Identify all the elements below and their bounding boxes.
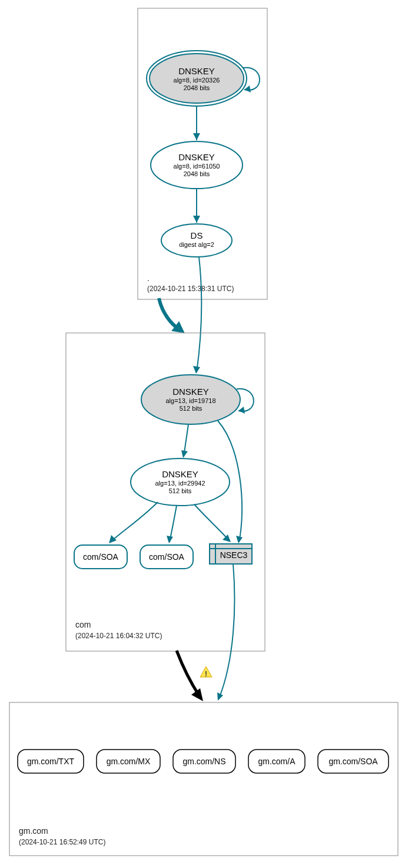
svg-text:512 bits: 512 bits [169,487,192,494]
svg-marker-21 [238,407,245,414]
svg-text:DNSKEY: DNSKEY [162,469,198,479]
zone-gm-label: gm.com [19,826,48,836]
svg-marker-11 [193,216,200,223]
edge-com-to-gm-zone [177,651,199,695]
svg-text:DNSKEY: DNSKEY [178,66,215,76]
node-com-ksk[interactable]: DNSKEY alg=13, id=19718 512 bits [141,375,240,424]
zone-root-label: . [147,273,150,283]
svg-text:alg=8, id=20326: alg=8, id=20326 [174,77,220,84]
zone-root-date: (2024-10-21 15:38:31 UTC) [147,285,234,293]
svg-text:2048 bits: 2048 bits [184,170,210,177]
node-com-zsk[interactable]: DNSKEY alg=13, id=29942 512 bits [131,458,230,506]
zone-com-date: (2024-10-21 16:04:32 UTC) [75,632,162,640]
svg-text:com/SOA: com/SOA [83,552,119,562]
svg-marker-27 [109,535,117,543]
svg-marker-22 [181,450,188,458]
zone-gm-box [9,702,398,856]
edge-ds-to-comksk [197,257,201,372]
node-com-soa-1[interactable]: com/SOA [74,545,127,569]
node-root-ds[interactable]: DS digest alg=2 [161,224,232,257]
svg-text:alg=13, id=29942: alg=13, id=29942 [155,480,205,487]
dnssec-graph: . (2024-10-21 15:38:31 UTC) DNSKEY alg=8… [0,0,405,868]
node-gm-ns[interactable]: gm.com/NS [173,750,235,773]
svg-text:gm.com/TXT: gm.com/TXT [27,757,75,766]
node-nsec3[interactable]: NSEC3 [210,544,252,564]
svg-text:gm.com/A: gm.com/A [258,757,296,766]
node-gm-mx[interactable]: gm.com/MX [97,750,160,773]
node-com-soa-2[interactable]: com/SOA [140,545,193,569]
svg-marker-29 [223,534,231,542]
svg-point-12 [161,224,232,257]
svg-marker-16 [193,366,200,374]
svg-text:DS: DS [191,230,203,240]
warning-icon: ! [200,666,212,678]
edge-comzsk-nsec3 [194,504,230,541]
svg-text:com/SOA: com/SOA [149,552,185,562]
svg-text:DNSKEY: DNSKEY [178,152,215,162]
zone-gm-date: (2024-10-21 16:52:49 UTC) [19,838,105,846]
svg-text:2048 bits: 2048 bits [184,84,210,91]
svg-marker-6 [193,133,200,140]
node-root-zsk[interactable]: DNSKEY alg=8, id=61050 2048 bits [151,141,243,189]
svg-text:gm.com/MX: gm.com/MX [107,757,151,766]
svg-text:gm.com/SOA: gm.com/SOA [328,757,378,766]
edge-nsec3-to-gm [219,564,234,698]
node-gm-a[interactable]: gm.com/A [248,750,305,773]
svg-text:gm.com/NS: gm.com/NS [182,757,225,766]
svg-text:digest alg=2: digest alg=2 [179,241,214,248]
svg-text:alg=13, id=19718: alg=13, id=19718 [165,397,215,404]
svg-text:DNSKEY: DNSKEY [172,387,209,397]
svg-marker-5 [244,85,251,93]
zone-com-label: com [75,620,91,629]
svg-text:512 bits: 512 bits [180,405,203,412]
svg-text:!: ! [205,670,207,678]
edge-comzsk-soa1 [110,502,158,542]
node-root-ksk[interactable]: DNSKEY alg=8, id=20326 2048 bits [147,51,247,106]
node-gm-soa[interactable]: gm.com/SOA [318,750,389,773]
svg-text:alg=8, id=61050: alg=8, id=61050 [174,163,220,170]
svg-text:NSEC3: NSEC3 [220,550,248,560]
node-gm-txt[interactable]: gm.com/TXT [18,750,84,773]
